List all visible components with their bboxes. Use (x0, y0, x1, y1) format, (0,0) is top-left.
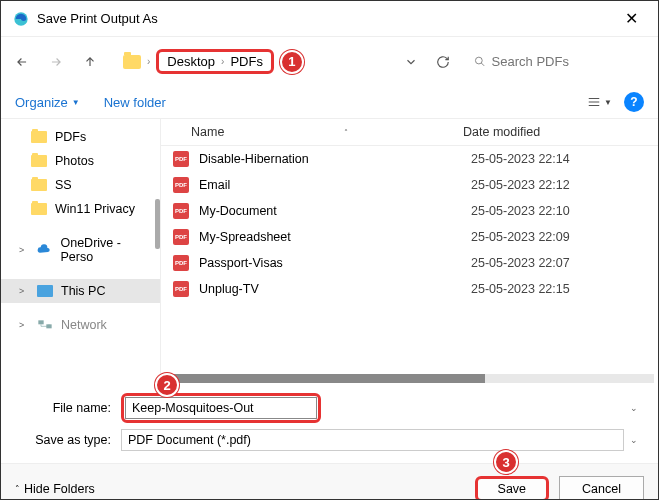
folder-icon (31, 203, 47, 215)
new-folder-button[interactable]: New folder (104, 95, 166, 110)
window-title: Save Print Output As (37, 11, 158, 26)
column-date[interactable]: Date modified (463, 125, 646, 139)
file-row[interactable]: PDFMy-Spreadsheet25-05-2023 22:09 (161, 224, 658, 250)
horizontal-scrollbar[interactable] (165, 374, 654, 383)
annotation-1: 1 (280, 50, 304, 74)
svg-point-1 (475, 57, 482, 64)
close-button[interactable]: ✕ (617, 9, 646, 28)
pdf-icon: PDF (173, 229, 189, 245)
folder-icon (123, 55, 141, 69)
file-row[interactable]: PDFUnplug-TV25-05-2023 22:15 (161, 276, 658, 302)
chevron-right-icon: › (221, 56, 224, 67)
hide-folders-button[interactable]: ˄Hide Folders (15, 482, 95, 496)
search-box[interactable] (466, 50, 646, 73)
folder-icon (31, 155, 47, 167)
file-date: 25-05-2023 22:14 (471, 152, 570, 166)
file-date: 25-05-2023 22:07 (471, 256, 570, 270)
sidebar-item-ss[interactable]: SS (1, 173, 160, 197)
sidebar-item-win11[interactable]: Win11 Privacy (1, 197, 160, 221)
organize-menu[interactable]: Organize▼ (15, 95, 80, 110)
cancel-button[interactable]: Cancel (559, 476, 644, 500)
edge-icon (13, 11, 29, 27)
file-name: Disable-Hibernation (199, 152, 471, 166)
sidebar-item-thispc[interactable]: >This PC (1, 279, 160, 303)
pdf-icon: PDF (173, 177, 189, 193)
annotation-2: 2 (155, 373, 179, 397)
cloud-icon (36, 244, 52, 256)
svg-rect-2 (38, 321, 43, 325)
file-name: My-Spreadsheet (199, 230, 471, 244)
sidebar-item-photos[interactable]: Photos (1, 149, 160, 173)
file-name: Email (199, 178, 471, 192)
annotation-3: 3 (494, 450, 518, 474)
pdf-icon: PDF (173, 151, 189, 167)
refresh-button[interactable] (434, 53, 452, 71)
file-name: Unplug-TV (199, 282, 471, 296)
pdf-icon: PDF (173, 255, 189, 271)
file-date: 25-05-2023 22:12 (471, 178, 570, 192)
file-date: 25-05-2023 22:10 (471, 204, 570, 218)
save-type-select[interactable]: PDF Document (*.pdf) (121, 429, 624, 451)
save-button[interactable]: Save (475, 476, 550, 500)
search-input[interactable] (492, 54, 638, 69)
file-row[interactable]: PDFEmail25-05-2023 22:12 (161, 172, 658, 198)
folder-icon (31, 179, 47, 191)
pc-icon (37, 285, 53, 297)
toolbar: Organize▼ New folder ▼ ? (1, 86, 658, 119)
footer: ˄Hide Folders 3 Save Cancel (1, 463, 658, 500)
file-pane: Name˄ Date modified PDFDisable-Hibernati… (161, 119, 658, 387)
file-date: 25-05-2023 22:15 (471, 282, 570, 296)
nav-bar: › Desktop › PDFs 1 (1, 37, 658, 86)
help-button[interactable]: ? (624, 92, 644, 112)
back-button[interactable] (13, 53, 31, 71)
folder-icon (31, 131, 47, 143)
network-icon (37, 319, 53, 331)
sidebar-item-pdfs[interactable]: PDFs (1, 125, 160, 149)
sidebar-item-onedrive[interactable]: >OneDrive - Perso (1, 231, 160, 269)
titlebar: Save Print Output As ✕ (1, 1, 658, 37)
save-type-label: Save as type: (15, 433, 115, 447)
sidebar-scrollbar[interactable] (155, 199, 160, 249)
file-row[interactable]: PDFDisable-Hibernation25-05-2023 22:14 (161, 146, 658, 172)
crumb-pdfs[interactable]: PDFs (230, 54, 263, 69)
view-options[interactable]: ▼ (587, 95, 612, 109)
file-date: 25-05-2023 22:09 (471, 230, 570, 244)
sidebar: PDFs Photos SS Win11 Privacy >OneDrive -… (1, 119, 161, 387)
crumb-desktop[interactable]: Desktop (167, 54, 215, 69)
save-inputs: 2 File name: ⌄ Save as type: PDF Documen… (1, 387, 658, 463)
sidebar-item-network[interactable]: >Network (1, 313, 160, 337)
file-row[interactable]: PDFPassport-Visas25-05-2023 22:07 (161, 250, 658, 276)
history-dropdown[interactable] (402, 53, 420, 71)
savetype-dropdown[interactable]: ⌄ (624, 435, 644, 445)
up-button[interactable] (81, 53, 99, 71)
forward-button[interactable] (47, 53, 65, 71)
filename-dropdown[interactable]: ⌄ (624, 403, 644, 413)
sort-indicator-icon: ˄ (344, 128, 348, 137)
pdf-icon: PDF (173, 281, 189, 297)
column-name[interactable]: Name˄ (173, 125, 463, 139)
file-name: My-Document (199, 204, 471, 218)
file-name-input[interactable] (125, 397, 317, 419)
search-icon (474, 55, 486, 68)
breadcrumb[interactable]: › Desktop › PDFs 1 (115, 45, 312, 78)
file-row[interactable]: PDFMy-Document25-05-2023 22:10 (161, 198, 658, 224)
file-name-label: File name: (15, 401, 115, 415)
file-name: Passport-Visas (199, 256, 471, 270)
pdf-icon: PDF (173, 203, 189, 219)
